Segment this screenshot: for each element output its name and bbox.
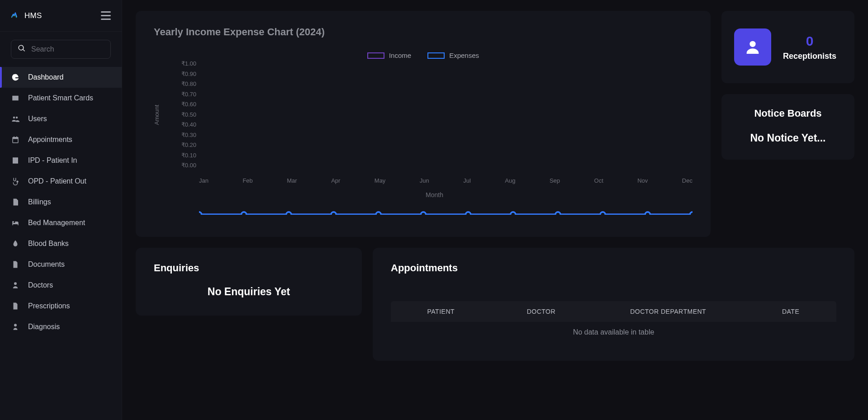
svg-point-12 xyxy=(199,212,202,215)
blood-drop-icon xyxy=(11,240,20,248)
col-doctor[interactable]: DOCTOR xyxy=(491,308,592,315)
sidebar-item-billings[interactable]: Billings xyxy=(0,192,122,212)
x-tick: Jun xyxy=(420,177,429,184)
y-tick: ₹0.80 xyxy=(172,80,196,87)
legend-swatch-expenses xyxy=(427,52,445,59)
search-wrap xyxy=(0,32,122,64)
sidebar-item-blood-banks[interactable]: Blood Banks xyxy=(0,233,122,254)
users-icon xyxy=(11,115,20,123)
svg-point-22 xyxy=(645,212,650,215)
sidebar-item-label: Dashboard xyxy=(28,73,63,81)
x-tick: Sep xyxy=(550,177,560,184)
svg-point-19 xyxy=(511,212,516,215)
x-tick: Oct xyxy=(594,177,603,184)
enquiries-title: Enquiries xyxy=(154,262,344,274)
enquiries-card: Enquiries No Enquiries Yet xyxy=(136,248,362,316)
y-axis-label: Amount xyxy=(153,105,160,125)
menu-toggle-button[interactable] xyxy=(101,11,111,20)
brand-logo-icon xyxy=(10,11,18,21)
sidebar-item-label: IPD - Patient In xyxy=(28,156,77,165)
legend-label: Income xyxy=(389,52,411,59)
legend-label: Expenses xyxy=(449,52,479,59)
enquiries-empty-text: No Enquiries Yet xyxy=(154,286,344,298)
sidebar: HMS Dashboard xyxy=(0,0,122,420)
y-tick: ₹0.20 xyxy=(172,142,196,148)
sidebar-item-label: Billings xyxy=(28,198,51,206)
svg-point-23 xyxy=(690,212,693,215)
id-card-icon xyxy=(11,94,20,102)
svg-point-18 xyxy=(465,212,470,215)
bed-icon xyxy=(11,219,20,227)
brand-row: HMS xyxy=(0,0,122,32)
chart-title: Yearly Income Expense Chart (2024) xyxy=(154,26,693,38)
prescription-icon xyxy=(11,302,20,310)
y-tick: ₹0.60 xyxy=(172,101,196,108)
sidebar-item-users[interactable]: Users xyxy=(0,109,122,129)
y-tick: ₹0.10 xyxy=(172,152,196,159)
sidebar-item-ipd[interactable]: IPD - Patient In xyxy=(0,150,122,171)
col-patient[interactable]: PATIENT xyxy=(391,308,491,315)
document-icon xyxy=(11,260,20,269)
notice-title: Notice Boards xyxy=(738,108,838,119)
y-tick: ₹0.40 xyxy=(172,121,196,128)
hospital-in-icon xyxy=(11,156,20,165)
svg-point-16 xyxy=(376,212,381,215)
appointments-title: Appointments xyxy=(391,262,836,274)
x-tick: Jan xyxy=(199,177,209,184)
sidebar-item-label: Blood Banks xyxy=(28,240,69,248)
y-tick: ₹0.90 xyxy=(172,71,196,77)
y-tick: ₹0.70 xyxy=(172,91,196,98)
sidebar-item-label: Doctors xyxy=(28,281,53,289)
x-tick: May xyxy=(375,177,386,184)
sidebar-item-prescriptions[interactable]: Prescriptions xyxy=(0,296,122,316)
col-date[interactable]: DATE xyxy=(745,308,836,315)
pie-chart-icon xyxy=(11,73,20,81)
legend-swatch-income xyxy=(367,52,384,59)
legend-expenses[interactable]: Expenses xyxy=(427,52,479,59)
diagnosis-icon xyxy=(11,323,20,331)
y-tick: ₹0.00 xyxy=(172,162,196,169)
brand[interactable]: HMS xyxy=(10,11,42,21)
sidebar-item-dashboard[interactable]: Dashboard xyxy=(0,67,122,88)
sidebar-item-patient-smart-cards[interactable]: Patient Smart Cards xyxy=(0,88,122,109)
sidebar-item-label: Documents xyxy=(28,260,65,269)
svg-point-21 xyxy=(600,212,605,215)
chart-plot xyxy=(199,63,693,215)
col-doctor-department[interactable]: DOCTOR DEPARTMENT xyxy=(591,308,745,315)
brand-name: HMS xyxy=(24,11,42,20)
x-tick: Mar xyxy=(287,177,297,184)
sidebar-item-label: OPD - Patient Out xyxy=(28,177,86,185)
appointments-table-head: PATIENT DOCTOR DOCTOR DEPARTMENT DATE xyxy=(391,301,836,322)
sidebar-item-appointments[interactable]: Appointments xyxy=(0,129,122,150)
sidebar-item-documents[interactable]: Documents xyxy=(0,254,122,275)
y-ticks: ₹1.00 ₹0.90 ₹0.80 ₹0.70 ₹0.60 ₹0.50 ₹0.4… xyxy=(172,63,196,171)
svg-point-14 xyxy=(286,212,291,215)
bottom-row: Enquiries No Enquiries Yet Appointments … xyxy=(136,248,854,361)
stethoscope-icon xyxy=(11,177,20,185)
doctor-icon xyxy=(11,281,20,289)
receptionist-icon xyxy=(734,28,771,66)
sidebar-item-label: Prescriptions xyxy=(28,302,70,310)
appointments-card: Appointments PATIENT DOCTOR DOCTOR DEPAR… xyxy=(373,248,854,361)
stat-label: Receptionists xyxy=(783,52,836,61)
chart-legend: Income Expenses xyxy=(154,52,693,59)
notice-boards-card: Notice Boards No Notice Yet... xyxy=(721,94,854,160)
sidebar-item-label: Patient Smart Cards xyxy=(28,94,93,102)
main-content: Yearly Income Expense Chart (2024) Incom… xyxy=(122,0,868,420)
search-input[interactable] xyxy=(30,45,123,54)
receptionists-stat-card[interactable]: 0 Receptionists xyxy=(721,11,854,83)
svg-point-20 xyxy=(555,212,560,215)
svg-point-15 xyxy=(331,212,336,215)
search-box[interactable] xyxy=(11,40,111,59)
legend-income[interactable]: Income xyxy=(367,52,411,59)
sidebar-item-diagnosis[interactable]: Diagnosis xyxy=(0,316,122,337)
sidebar-item-doctors[interactable]: Doctors xyxy=(0,275,122,296)
appointments-empty-text: No data available in table xyxy=(391,322,836,343)
sidebar-item-bed-management[interactable]: Bed Management xyxy=(0,212,122,233)
sidebar-item-label: Diagnosis xyxy=(28,323,60,331)
calendar-icon xyxy=(11,136,20,144)
sidebar-item-label: Bed Management xyxy=(28,219,85,227)
sidebar-item-opd[interactable]: OPD - Patient Out xyxy=(0,171,122,192)
right-column: 0 Receptionists Notice Boards No Notice … xyxy=(721,11,854,237)
chart-area: Amount ₹1.00 ₹0.90 ₹0.80 ₹0.70 ₹0.60 ₹0.… xyxy=(176,63,693,189)
